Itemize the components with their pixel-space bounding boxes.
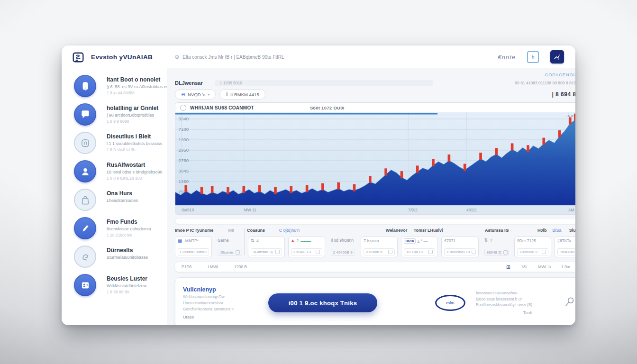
- sidebar-item-title: Dürneslts: [107, 247, 148, 254]
- summary-right-line-2: Bunlflonsoskbssundöy,t sivsv (B): [476, 302, 532, 309]
- y-tick-label: 7100: [178, 127, 189, 132]
- sidebar-item-3[interactable]: Diseutlius i Bleit l 1 1 ssoutilestkotst…: [74, 132, 167, 154]
- summary-numbers: 90 81 41083 011108 00 809 8 8198 0 8100: [515, 81, 575, 85]
- filter-pill[interactable]: ‖ ILRMKM 4415: [219, 89, 265, 100]
- sidebar-item-8[interactable]: Beusles Luster Witklässtatdöntelzew 1 8 …: [74, 274, 167, 296]
- sidebar-item-2[interactable]: holatlling ar Gnnlet | 98 arctioorBobtpr…: [74, 103, 167, 126]
- stats-header-2: Coasuns: [247, 228, 265, 233]
- stat-card-5[interactable]: Il od 9hOsnn 2 49400B 9: [328, 237, 358, 257]
- y-tick-label: 1000: [178, 137, 189, 142]
- market-value: 1 1205 5010: [220, 81, 242, 85]
- stat-card-10[interactable]: 9Der 7125 7809200 2: [514, 237, 551, 257]
- symbol-pill-label: NVQD 'o: [188, 92, 205, 97]
- sidebar-item-subtitle: 8ocrwkssoc oshudemia: [107, 227, 151, 231]
- header-nav[interactable]: ⊕ Elta consck Jms Mr fB r | EABqbmeB 90t…: [174, 54, 284, 60]
- oval-badge[interactable]: mlm: [435, 295, 465, 311]
- candle-mark: [464, 164, 466, 171]
- grid-icon[interactable]: ⊞: [506, 264, 510, 270]
- summary-right-lines: bvxsnsuo rcacoussxhooI28oo sous luvsszen…: [476, 291, 532, 309]
- person-icon: [74, 160, 96, 182]
- stat-card-detail: 10.108 L3: [404, 248, 435, 255]
- sidebar-item-7[interactable]: Dürneslts Sturmelatuünitobasse: [74, 246, 167, 268]
- hook-icon: [74, 246, 96, 268]
- sidebar-item-subtitle: | 98 arctioorBobtprodtiles: [107, 113, 158, 118]
- sidebar-item-1[interactable]: Itant Boot o nonolet § 6: 58: ns 9V ro.A…: [74, 75, 167, 97]
- summary-lines: WirUosciwastonioqy.OwUneroorsnitaonroest…: [183, 294, 255, 312]
- desktop-background: Evvstoh yVUnAIAB ⊕ Elta consck Jms Mr fB…: [0, 0, 637, 364]
- sidebar-item-title: RusAIfwostart: [107, 162, 163, 168]
- footer-left-1: I MWl: [208, 264, 218, 269]
- sidebar-item-5[interactable]: Ona Hurs Lheadstersodies: [74, 189, 167, 211]
- candle-mark: [211, 186, 214, 193]
- footer-right-2: 1.0m: [561, 264, 570, 269]
- stats-header-4: Welanevor: [386, 228, 407, 233]
- header-nav-text: Elta consck Jms Mr fB r | EABqbmeB 90ta …: [182, 55, 284, 60]
- candle-mark: [511, 143, 514, 150]
- filter-pill-label: ILRMKM 4415: [230, 92, 259, 97]
- footer-right-0: 18L: [521, 264, 528, 269]
- summary-footnote: Utass: [183, 315, 255, 319]
- candle-mark: [321, 183, 324, 191]
- sidebar-item-title: Diseutlius i Bleit: [107, 133, 162, 140]
- symbol-selector-pill[interactable]: ⊖ NVQD 'o ▾: [175, 89, 216, 100]
- stats-header-8[interactable]: BiSa: [553, 228, 562, 233]
- header-actions: €nnte h: [498, 50, 564, 64]
- stat-card-value: .MMTP*: [184, 238, 199, 243]
- magnifier-icon[interactable]: [564, 296, 575, 310]
- candle-mark: [448, 155, 451, 162]
- sidebar-item-6[interactable]: Fmo Funds 8ocrwkssoc oshudemia 1 20 2188…: [74, 217, 167, 239]
- app-header: Evvstoh yVUnAIAB ⊕ Elta consck Jms Mr fB…: [62, 46, 575, 68]
- candle-mark: [384, 168, 387, 175]
- minus-circle-icon: ⊖: [181, 91, 185, 98]
- outline-square-button[interactable]: h: [527, 51, 539, 63]
- globe-icon: ⊕: [174, 54, 179, 60]
- stat-card-3[interactable]: ⇅ 4 ~~~~ 3Gnnsae 3]: [248, 237, 285, 257]
- app-logo-icon: [72, 51, 84, 63]
- stat-card-detail: JIlsame: [218, 249, 242, 256]
- stat-card-detail: 3Gnnsae 3]: [251, 248, 282, 255]
- sidebar-item-meta: 1 8 ip 44 89088: [107, 91, 167, 95]
- x-tick-label: 0u/910: [182, 208, 194, 212]
- y-tick-label: 2950: [178, 148, 189, 153]
- stat-card-2[interactable]: Gerne JIlsame: [215, 237, 245, 257]
- sidebar-item-title: Fmo Funds: [107, 218, 151, 225]
- footer-right-values: ⊞18LMWL b1.0m⊡: [506, 264, 575, 270]
- chart-annotation: A 41: [567, 114, 575, 118]
- primary-action-button[interactable]: i00 1 9.oc khoqx Tniks: [268, 293, 377, 312]
- top-accent-line: [175, 113, 437, 115]
- stat-card-7[interactable]: RRB/ £ °·— 10.108 L3: [401, 237, 438, 257]
- stat-card-1[interactable]: ▦ .MMTP* I 2Ilsanu 30ttK0: [175, 237, 212, 257]
- stat-card-11[interactable]: (JITßTa… 700L849 3]: [555, 237, 575, 257]
- footer-left-0: P1D6: [182, 264, 191, 269]
- chart-mode-button[interactable]: [550, 50, 564, 64]
- price-chart[interactable]: 30407100100029502750304516502025 A 41: [175, 112, 575, 205]
- sidebar-item-4[interactable]: RusAIfwostart £8 isnsl 8dss s 8tndgtisbs…: [74, 160, 167, 182]
- stat-card-detail: 3 604C 13: [291, 248, 322, 255]
- stat-card-6[interactable]: 7 Issmm 2 89W8 9: [361, 237, 398, 257]
- chart-subtitle: S60t 1072 OU0I: [310, 105, 345, 110]
- sidebar-item-meta: 1 8 88 88 tbr: [107, 290, 147, 294]
- x-tick-label: 40111: [466, 208, 477, 212]
- chart-header: WHRIJAN SU68 COANMOT S60t 1072 OU0I: [175, 103, 575, 112]
- footer-left-2: 1200 B: [234, 264, 247, 269]
- arrows-icon: ⇅: [251, 238, 255, 243]
- sparkline-icon: ———: [300, 239, 310, 243]
- stat-card-9[interactable]: ⇅ 7 ——— 88048 2]: [482, 237, 511, 257]
- overview-link[interactable]: COPACENOIRJHKY: [545, 72, 575, 79]
- candle-mark: [432, 159, 435, 166]
- stat-card-8[interactable]: £7071….. 1 90N9W8 73: [441, 237, 478, 257]
- candle-mark: [569, 118, 572, 125]
- stat-card-4[interactable]: ▲ 2 ——— 3 604C 13: [288, 237, 325, 257]
- y-tick-label: 2750: [178, 158, 189, 163]
- footer-left-values: P1D6I MWl1200 B: [182, 264, 247, 269]
- chevron-down-icon: ▾: [208, 92, 209, 97]
- pencil-icon: [74, 217, 96, 239]
- sidebar-item-title: Itant Boot o nonolet: [107, 76, 167, 83]
- candle-mark: [274, 187, 277, 194]
- sidebar-item-subtitle: l 1 1 ssoutilestkotsts bssssiss: [107, 141, 162, 146]
- stat-card-value: 9Der 7125: [517, 238, 536, 243]
- candle-mark: [542, 138, 545, 145]
- chart-range-scrollbar[interactable]: [175, 218, 575, 224]
- radio-circle-icon[interactable]: [180, 105, 186, 111]
- stats-header-3[interactable]: C 0jtü)nu'n: [279, 228, 300, 233]
